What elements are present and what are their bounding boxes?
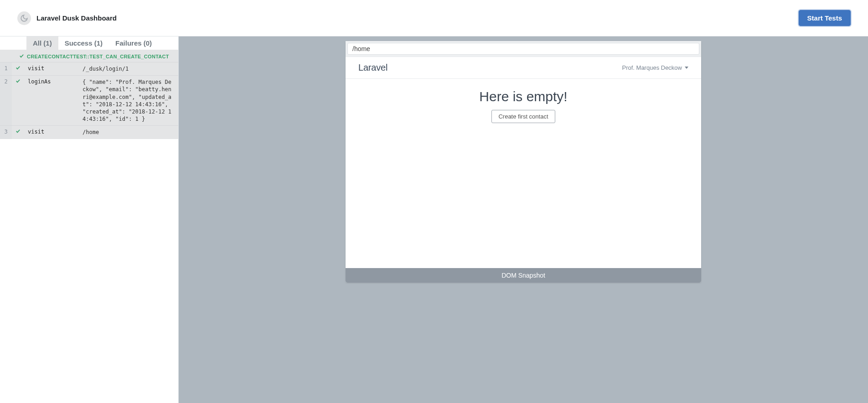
check-icon: [19, 53, 24, 59]
test-header[interactable]: CREATECONTACTTEST::TEST_CAN_CREATE_CONTA…: [0, 50, 178, 62]
step-detail: /home: [79, 126, 178, 139]
check-icon: [12, 126, 24, 139]
app-title: Laravel Dusk Dashboard: [36, 14, 117, 22]
user-name: Prof. Marques Deckow: [622, 64, 682, 71]
check-icon: [12, 62, 24, 76]
create-first-contact-button[interactable]: Create first contact: [491, 110, 555, 123]
step-num: 2: [0, 76, 12, 126]
chevron-down-icon: [685, 67, 688, 69]
tab-failures[interactable]: Failures (0): [109, 36, 158, 50]
logo-moon-icon: [17, 11, 31, 25]
url-bar[interactable]: /home: [347, 43, 699, 55]
dom-snapshot-footer[interactable]: DOM Snapshot: [346, 268, 701, 283]
tabs: All (1) Success (1) Failures (0): [0, 36, 178, 50]
step-num: 3: [0, 126, 12, 139]
step-action: visit: [24, 62, 79, 76]
preview-content: Here is empty! Create first contact: [346, 79, 701, 268]
step-action: visit: [24, 126, 79, 139]
check-icon: [12, 76, 24, 126]
tests-panel: CREATECONTACTTEST::TEST_CAN_CREATE_CONTA…: [0, 50, 178, 139]
app-navbar: Laravel Prof. Marques Deckow: [346, 57, 701, 79]
header-left: Laravel Dusk Dashboard: [17, 11, 117, 25]
preview-card: /home Laravel Prof. Marques Deckow Here …: [346, 41, 701, 283]
table-row[interactable]: 2 loginAs { "name": "Prof. Marques Decko…: [0, 76, 178, 126]
tab-all[interactable]: All (1): [26, 36, 58, 50]
steps-table: 1 visit /_dusk/login/1 2 loginAs { ": [0, 62, 178, 139]
sidebar: All (1) Success (1) Failures (0) CREATEC…: [0, 36, 179, 403]
table-row[interactable]: 3 visit /home: [0, 126, 178, 139]
tab-success[interactable]: Success (1): [58, 36, 109, 50]
step-num: 1: [0, 62, 12, 76]
empty-title: Here is empty!: [355, 89, 692, 104]
step-detail: /_dusk/login/1: [79, 62, 178, 76]
header: Laravel Dusk Dashboard Start Tests: [0, 0, 868, 36]
test-name: CREATECONTACTTEST::TEST_CAN_CREATE_CONTA…: [27, 54, 169, 59]
url-bar-wrap: /home: [346, 41, 701, 57]
step-detail: { "name": "Prof. Marques Deckow", "email…: [79, 76, 178, 126]
start-tests-button[interactable]: Start Tests: [799, 10, 851, 26]
table-row[interactable]: 1 visit /_dusk/login/1: [0, 62, 178, 76]
preview-area: /home Laravel Prof. Marques Deckow Here …: [179, 36, 868, 403]
user-dropdown[interactable]: Prof. Marques Deckow: [622, 64, 689, 71]
step-action: loginAs: [24, 76, 79, 126]
app-brand[interactable]: Laravel: [358, 62, 388, 73]
